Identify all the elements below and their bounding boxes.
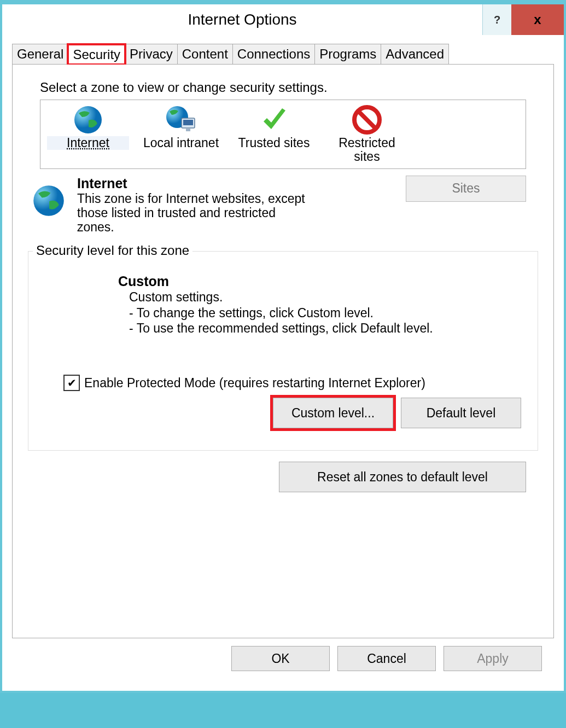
content-area: General Security Privacy Content Connect… [2, 35, 564, 691]
zone-trusted-sites-label: Trusted sites [233, 136, 315, 150]
protected-mode-label: Enable Protected Mode (requires restarti… [84, 376, 425, 391]
help-button[interactable]: ? [482, 4, 511, 35]
tab-content[interactable]: Content [177, 44, 233, 64]
zone-description-title: Internet [77, 176, 397, 191]
window-title: Internet Options [2, 11, 482, 28]
tab-connections[interactable]: Connections [232, 44, 315, 64]
sites-button[interactable]: Sites [406, 176, 526, 202]
close-button[interactable]: x [511, 4, 564, 35]
dialog-buttons: OK Cancel Apply [12, 638, 554, 682]
reset-row: Reset all zones to default level [24, 462, 526, 492]
intranet-icon [140, 104, 222, 135]
tab-privacy[interactable]: Privacy [125, 44, 178, 64]
svg-line-6 [359, 112, 375, 128]
zone-prompt: Select a zone to view or change security… [40, 80, 542, 95]
level-line: - To use the recommended settings, click… [129, 321, 524, 336]
security-level-group: Security level for this zone Custom Cust… [28, 251, 538, 451]
tab-general[interactable]: General [12, 44, 68, 64]
level-line: - To change the settings, click Custom l… [129, 305, 524, 321]
zone-trusted-sites[interactable]: Trusted sites [233, 104, 315, 164]
tab-programs[interactable]: Programs [314, 44, 381, 64]
security-level-legend: Security level for this zone [33, 243, 192, 258]
reset-all-zones-button[interactable]: Reset all zones to default level [279, 462, 526, 492]
zone-description-row: Internet This zone is for Internet websi… [29, 176, 526, 235]
tab-strip: General Security Privacy Content Connect… [12, 44, 554, 65]
zones-list: Internet Local intranet [40, 100, 526, 169]
tab-advanced[interactable]: Advanced [381, 44, 449, 64]
tab-security[interactable]: Security [68, 44, 125, 65]
zone-local-intranet[interactable]: Local intranet [140, 104, 222, 164]
titlebar: Internet Options ? x [2, 2, 564, 35]
zone-internet[interactable]: Internet [47, 104, 129, 164]
security-panel: Select a zone to view or change security… [12, 65, 554, 638]
restricted-icon [326, 104, 408, 135]
level-title: Custom [118, 273, 524, 289]
svg-rect-3 [183, 120, 193, 125]
cancel-button[interactable]: Cancel [337, 646, 436, 671]
level-buttons: Custom level... Default level [42, 398, 521, 428]
level-line: Custom settings. [129, 289, 524, 305]
svg-rect-4 [186, 128, 190, 131]
ok-button[interactable]: OK [231, 646, 330, 671]
protected-mode-checkbox[interactable] [63, 375, 80, 391]
internet-options-window: Internet Options ? x General Security Pr… [0, 0, 566, 693]
zone-description-body: This zone is for Internet websites, exce… [77, 191, 312, 235]
protected-mode-row[interactable]: Enable Protected Mode (requires restarti… [63, 375, 524, 391]
level-block: Custom Custom settings. - To change the … [118, 273, 524, 336]
svg-point-7 [33, 185, 64, 216]
level-lines: Custom settings. - To change the setting… [129, 289, 524, 336]
zone-restricted-sites-label: Restricted sites [326, 136, 408, 164]
zone-description-icon [29, 176, 68, 235]
svg-point-0 [74, 106, 102, 133]
default-level-button[interactable]: Default level [401, 398, 521, 428]
custom-level-button[interactable]: Custom level... [273, 398, 393, 428]
zone-restricted-sites[interactable]: Restricted sites [326, 104, 408, 164]
checkmark-icon [233, 104, 315, 135]
apply-button[interactable]: Apply [444, 646, 542, 671]
zone-internet-label: Internet [47, 136, 129, 150]
globe-icon [47, 104, 129, 135]
zone-local-intranet-label: Local intranet [140, 136, 222, 150]
